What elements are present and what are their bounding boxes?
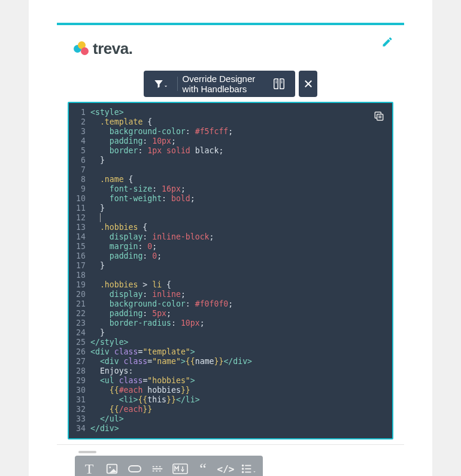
code-line[interactable]: background-color: #f0f0f0;	[90, 299, 385, 309]
copy-icon[interactable]	[373, 110, 385, 125]
image-block-button[interactable]	[101, 458, 123, 476]
code-lines[interactable]: <style> .template { background-color: #f…	[90, 108, 392, 433]
code-line[interactable]	[90, 165, 385, 175]
code-line[interactable]: {{#each hobbies}}	[90, 386, 385, 395]
filter-icon	[150, 78, 172, 89]
code-line[interactable]: <style>	[90, 108, 385, 117]
code-line[interactable]: }	[90, 328, 385, 338]
code-line[interactable]	[90, 271, 385, 280]
code-line[interactable]: </ul>	[90, 414, 385, 424]
code-line[interactable]: </style>	[90, 338, 385, 347]
code-line[interactable]: margin: 0;	[90, 242, 385, 251]
page: treva. Override Designer with Handlebars	[29, 0, 432, 476]
svg-point-21	[242, 472, 244, 473]
line-gutter: 1234567891011121314151617181920212223242…	[69, 108, 90, 433]
pill-divider	[177, 77, 178, 91]
template-card: treva. Override Designer with Handlebars	[57, 23, 404, 445]
code-line[interactable]: }	[90, 156, 385, 165]
code-block-button[interactable]: </>	[215, 458, 236, 476]
code-line[interactable]: .name {	[90, 175, 385, 184]
override-toolbar: Override Designer with Handlebars	[144, 71, 317, 97]
code-line[interactable]: {{/each}}	[90, 405, 385, 414]
svg-point-10	[109, 466, 111, 468]
book-icon[interactable]	[269, 77, 289, 90]
override-pill[interactable]: Override Designer with Handlebars	[144, 71, 295, 97]
code-line[interactable]: }	[90, 204, 385, 213]
code-line[interactable]	[90, 213, 385, 223]
svg-point-19	[242, 465, 244, 466]
code-line[interactable]: .hobbies > li {	[90, 280, 385, 290]
code-line[interactable]: border: 1px solid black;	[90, 146, 385, 156]
divider-block-button[interactable]	[147, 458, 168, 476]
code-line[interactable]: Enjoys:	[90, 366, 385, 376]
drag-handle-icon[interactable]	[78, 451, 96, 453]
code-editor[interactable]: 1234567891011121314151617181920212223242…	[68, 102, 393, 439]
code-line[interactable]: display: inline;	[90, 290, 385, 299]
block-toolbar: T “ </>	[57, 451, 404, 476]
code-line[interactable]: </div>	[90, 424, 385, 433]
code-line[interactable]: padding: 0;	[90, 251, 385, 261]
code-line[interactable]: background-color: #f5fcff;	[90, 127, 385, 137]
code-line[interactable]: }	[90, 261, 385, 271]
markdown-block-button[interactable]	[169, 458, 191, 476]
code-line[interactable]: <li>{{this}}</li>	[90, 395, 385, 405]
code-line[interactable]: .template {	[90, 117, 385, 127]
code-line[interactable]: border-radius: 10px;	[90, 319, 385, 328]
code-line[interactable]: <ul class="hobbies">	[90, 376, 385, 386]
code-line[interactable]: font-weight: bold;	[90, 194, 385, 204]
card-header: treva. Override Designer with Handlebars	[57, 25, 404, 85]
edit-icon[interactable]	[381, 36, 393, 50]
override-label: Override Designer with Handlebars	[183, 74, 269, 94]
brand-logo: treva.	[74, 40, 132, 58]
code-line[interactable]: .hobbies {	[90, 223, 385, 232]
logo-mark-icon	[74, 41, 89, 57]
quote-block-button[interactable]: “	[192, 458, 214, 476]
block-toolbar-row: T “ </>	[75, 456, 263, 476]
button-block-button[interactable]	[124, 458, 145, 476]
svg-rect-11	[129, 466, 141, 472]
code-line[interactable]: padding: 5px;	[90, 309, 385, 319]
code-line[interactable]: <div class="template">	[90, 347, 385, 357]
code-line[interactable]: font-size: 16px;	[90, 184, 385, 194]
text-block-button[interactable]: T	[78, 458, 100, 476]
svg-rect-6	[377, 114, 383, 120]
list-block-button[interactable]	[238, 458, 259, 476]
brand-name: treva.	[93, 40, 132, 58]
code-line[interactable]: display: inline-block;	[90, 232, 385, 242]
svg-point-20	[242, 468, 244, 469]
code-line[interactable]: padding: 10px;	[90, 137, 385, 146]
code-area[interactable]: 1234567891011121314151617181920212223242…	[69, 103, 392, 438]
close-button[interactable]	[299, 71, 317, 97]
code-line[interactable]: <div class="name">{{name}}</div>	[90, 357, 385, 366]
